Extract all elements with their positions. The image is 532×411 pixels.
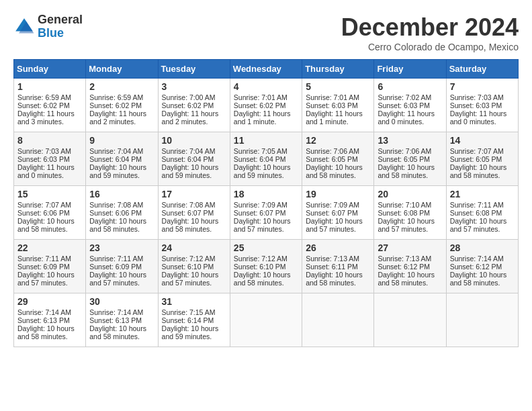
- calendar-cell: 10Sunrise: 7:04 AMSunset: 6:04 PMDayligh…: [158, 132, 230, 186]
- sunrise-text: Sunrise: 7:14 AM: [450, 255, 504, 263]
- day-number: 1: [17, 81, 82, 92]
- sunset-text: Sunset: 6:14 PM: [162, 316, 214, 324]
- day-number: 11: [234, 135, 298, 146]
- calendar-cell: 26Sunrise: 7:13 AMSunset: 6:11 PMDayligh…: [302, 240, 374, 293]
- daylight-text: Daylight: 10 hours and 58 minutes.: [17, 324, 75, 340]
- sunrise-text: Sunrise: 7:00 AM: [162, 93, 216, 101]
- day-number: 21: [450, 189, 515, 199]
- sunrise-text: Sunrise: 7:12 AM: [234, 255, 287, 263]
- calendar-cell: 18Sunrise: 7:09 AMSunset: 6:07 PMDayligh…: [230, 186, 302, 240]
- calendar-cell: 6Sunrise: 7:02 AMSunset: 6:03 PMDaylight…: [374, 79, 446, 132]
- day-number: 23: [89, 242, 154, 253]
- daylight-text: Daylight: 10 hours and 58 minutes.: [378, 163, 435, 179]
- calendar-cell: 8Sunrise: 7:03 AMSunset: 6:03 PMDaylight…: [14, 132, 86, 186]
- daylight-text: Daylight: 10 hours and 58 minutes.: [17, 217, 75, 233]
- sunset-text: Sunset: 6:05 PM: [306, 155, 358, 163]
- sunrise-text: Sunrise: 7:06 AM: [378, 147, 431, 155]
- daylight-text: Daylight: 10 hours and 57 minutes.: [234, 217, 291, 233]
- sunrise-text: Sunrise: 6:59 AM: [17, 93, 71, 101]
- sunrise-text: Sunrise: 7:04 AM: [89, 147, 143, 155]
- day-number: 18: [234, 189, 298, 199]
- sunset-text: Sunset: 6:12 PM: [450, 263, 502, 271]
- sunset-text: Sunset: 6:05 PM: [378, 155, 430, 163]
- calendar-cell: 19Sunrise: 7:09 AMSunset: 6:07 PMDayligh…: [302, 186, 374, 240]
- day-number: 6: [378, 81, 442, 92]
- sunset-text: Sunset: 6:05 PM: [450, 155, 502, 163]
- daylight-text: Daylight: 11 hours and 0 minutes.: [450, 109, 507, 126]
- day-number: 12: [306, 135, 370, 146]
- sunrise-text: Sunrise: 7:14 AM: [17, 308, 71, 316]
- day-number: 9: [89, 135, 154, 146]
- sunset-text: Sunset: 6:03 PM: [378, 101, 430, 109]
- sunrise-text: Sunrise: 7:14 AM: [89, 308, 143, 316]
- sunrise-text: Sunrise: 7:04 AM: [162, 147, 216, 155]
- calendar-cell: 12Sunrise: 7:06 AMSunset: 6:05 PMDayligh…: [302, 132, 374, 186]
- sunrise-text: Sunrise: 7:08 AM: [89, 201, 143, 209]
- daylight-text: Daylight: 10 hours and 58 minutes.: [306, 271, 363, 287]
- weekday-header-wednesday: Wednesday: [230, 60, 302, 79]
- sunset-text: Sunset: 6:07 PM: [162, 209, 214, 217]
- daylight-text: Daylight: 10 hours and 58 minutes.: [89, 217, 146, 233]
- day-number: 7: [450, 81, 515, 92]
- daylight-text: Daylight: 11 hours and 3 minutes.: [17, 109, 75, 126]
- day-number: 31: [162, 296, 226, 307]
- calendar-week-row: 22Sunrise: 7:11 AMSunset: 6:09 PMDayligh…: [14, 240, 519, 293]
- calendar-cell: 9Sunrise: 7:04 AMSunset: 6:04 PMDaylight…: [86, 132, 158, 186]
- sunset-text: Sunset: 6:02 PM: [89, 101, 142, 109]
- calendar-table: SundayMondayTuesdayWednesdayThursdayFrid…: [13, 59, 519, 347]
- calendar-cell: 17Sunrise: 7:08 AMSunset: 6:07 PMDayligh…: [158, 186, 230, 240]
- calendar-header-row: SundayMondayTuesdayWednesdayThursdayFrid…: [14, 60, 519, 79]
- day-number: 27: [378, 242, 442, 253]
- day-number: 5: [306, 81, 370, 92]
- daylight-text: Daylight: 10 hours and 59 minutes.: [162, 324, 219, 340]
- calendar-cell: 13Sunrise: 7:06 AMSunset: 6:05 PMDayligh…: [374, 132, 446, 186]
- sunrise-text: Sunrise: 7:03 AM: [450, 93, 504, 101]
- calendar-cell: 3Sunrise: 7:00 AMSunset: 6:02 PMDaylight…: [158, 79, 230, 132]
- daylight-text: Daylight: 10 hours and 58 minutes.: [450, 163, 507, 179]
- day-number: 28: [450, 242, 515, 253]
- calendar-cell: 28Sunrise: 7:14 AMSunset: 6:12 PMDayligh…: [446, 240, 518, 293]
- day-number: 13: [378, 135, 442, 146]
- calendar-cell: [446, 293, 518, 347]
- daylight-text: Daylight: 11 hours and 1 minute.: [234, 109, 291, 126]
- calendar-cell: 14Sunrise: 7:07 AMSunset: 6:05 PMDayligh…: [446, 132, 518, 186]
- sunset-text: Sunset: 6:11 PM: [306, 263, 358, 271]
- daylight-text: Daylight: 10 hours and 57 minutes.: [450, 217, 507, 233]
- daylight-text: Daylight: 10 hours and 58 minutes.: [89, 324, 146, 340]
- calendar-cell: 2Sunrise: 6:59 AMSunset: 6:02 PMDaylight…: [86, 79, 158, 132]
- daylight-text: Daylight: 10 hours and 57 minutes.: [162, 271, 219, 287]
- logo-blue-text: Blue: [38, 26, 64, 40]
- sunset-text: Sunset: 6:13 PM: [89, 316, 142, 324]
- sunrise-text: Sunrise: 7:12 AM: [162, 255, 216, 263]
- sunrise-text: Sunrise: 7:02 AM: [378, 93, 431, 101]
- calendar-week-row: 29Sunrise: 7:14 AMSunset: 6:13 PMDayligh…: [14, 293, 519, 347]
- calendar-cell: 1Sunrise: 6:59 AMSunset: 6:02 PMDaylight…: [14, 79, 86, 132]
- calendar-cell: 15Sunrise: 7:07 AMSunset: 6:06 PMDayligh…: [14, 186, 86, 240]
- day-number: 3: [162, 81, 226, 92]
- calendar-cell: 20Sunrise: 7:10 AMSunset: 6:08 PMDayligh…: [374, 186, 446, 240]
- daylight-text: Daylight: 10 hours and 58 minutes.: [162, 217, 219, 233]
- day-number: 8: [17, 135, 82, 146]
- sunset-text: Sunset: 6:13 PM: [17, 316, 70, 324]
- sunrise-text: Sunrise: 7:10 AM: [378, 201, 431, 209]
- month-title: December 2024: [341, 13, 519, 42]
- calendar-cell: 21Sunrise: 7:11 AMSunset: 6:08 PMDayligh…: [446, 186, 518, 240]
- sunset-text: Sunset: 6:06 PM: [17, 209, 70, 217]
- daylight-text: Daylight: 10 hours and 57 minutes.: [306, 217, 363, 233]
- daylight-text: Daylight: 11 hours and 2 minutes.: [162, 109, 219, 126]
- calendar-cell: [374, 293, 446, 347]
- calendar-cell: 22Sunrise: 7:11 AMSunset: 6:09 PMDayligh…: [14, 240, 86, 293]
- sunset-text: Sunset: 6:06 PM: [89, 209, 142, 217]
- logo-icon: [13, 16, 35, 38]
- calendar-cell: [302, 293, 374, 347]
- location-text: Cerro Colorado de Ocampo, Mexico: [341, 42, 519, 52]
- calendar-cell: 30Sunrise: 7:14 AMSunset: 6:13 PMDayligh…: [86, 293, 158, 347]
- daylight-text: Daylight: 10 hours and 58 minutes.: [378, 271, 435, 287]
- calendar-cell: 5Sunrise: 7:01 AMSunset: 6:03 PMDaylight…: [302, 79, 374, 132]
- sunrise-text: Sunrise: 7:03 AM: [17, 147, 71, 155]
- calendar-cell: 24Sunrise: 7:12 AMSunset: 6:10 PMDayligh…: [158, 240, 230, 293]
- sunrise-text: Sunrise: 7:09 AM: [234, 201, 287, 209]
- day-number: 15: [17, 189, 82, 199]
- daylight-text: Daylight: 10 hours and 59 minutes.: [162, 163, 219, 179]
- sunrise-text: Sunrise: 6:59 AM: [89, 93, 143, 101]
